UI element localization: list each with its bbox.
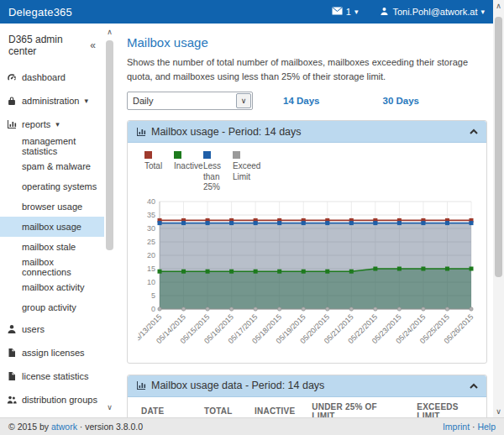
sidebar-title: D365 admin center [8, 34, 90, 57]
period-select[interactable]: Daily ∨ [127, 92, 253, 110]
users-icon [7, 395, 17, 405]
sidebar-item-management-statistics[interactable]: management statistics [0, 136, 104, 156]
sidebar-item-label: group activity [22, 302, 76, 312]
sidebar: D365 admin center « dashboardadministrat… [0, 24, 115, 417]
sidebar-item-label: reports [22, 119, 50, 129]
sidebar-scroll-thumb[interactable] [106, 40, 113, 250]
scroll-down-icon[interactable]: ∨ [104, 402, 115, 412]
sidebar-item-mailbox-connections[interactable]: mailbox connections [0, 257, 104, 277]
chevron-down-icon: ▾ [480, 8, 485, 16]
range-link-30-days[interactable]: 30 Days [382, 96, 418, 106]
lock-icon [7, 96, 17, 106]
sidebar-item-browser-usage[interactable]: browser usage [0, 197, 104, 217]
sidebar-item-label: mailbox activity [22, 282, 85, 292]
sidebar-item-mailbox-stale[interactable]: mailbox stale [0, 237, 104, 257]
legend-swatch [203, 151, 211, 159]
file-icon [7, 371, 17, 381]
scroll-up-icon[interactable]: ∧ [493, 1, 504, 11]
legend-item: Less than 25% [203, 151, 233, 193]
sidebar-item-label: dashboard [22, 72, 66, 82]
table-column-header: UNDER 25% OF LIMIT [298, 397, 403, 417]
sidebar-item-label: management statistics [22, 136, 97, 156]
chevron-up-icon[interactable] [470, 128, 478, 134]
svg-text:25: 25 [147, 238, 155, 246]
sidebar-item-label: operating systems [22, 181, 97, 191]
messages-count: 1 [346, 7, 351, 17]
sidebar-scrollbar: ∧ ∨ [104, 27, 115, 412]
sidebar-item-label: administration [22, 96, 79, 106]
svg-text:0: 0 [151, 305, 155, 313]
select-dropdown-icon: ∨ [236, 93, 251, 108]
sidebar-item-license-statistics[interactable]: license statistics [0, 364, 104, 388]
sidebar-item-spam-malware[interactable]: spam & malware [0, 156, 104, 176]
footer-links: Imprint · Help [443, 422, 496, 432]
svg-text:5: 5 [151, 291, 155, 300]
legend-label: Exceed Limit [233, 161, 262, 182]
bar-chart-icon [7, 119, 17, 129]
sidebar-item-distribution-groups[interactable]: distribution groups [0, 388, 104, 411]
messages-menu[interactable]: 1 ▾ [332, 7, 359, 17]
svg-text:15: 15 [147, 265, 155, 273]
chevron-down-icon: ▾ [84, 97, 88, 105]
user-email: Toni.Pohl@atwork.at [392, 7, 477, 17]
sidebar-item-label: browser usage [22, 202, 82, 212]
scroll-down-icon[interactable]: ∨ [493, 406, 504, 417]
sidebar-item-label: spam & malware [22, 161, 91, 171]
range-link-14-days[interactable]: 14 Days [283, 96, 319, 106]
top-navbar: Delegate365 1 ▾ Toni.Pohl@atwork.at ▾ [0, 0, 493, 24]
table-panel-title: Mailbox usage data - Period: 14 days [151, 380, 324, 391]
table-panel-header[interactable]: Mailbox usage data - Period: 14 days [128, 375, 486, 397]
sidebar-item-label: mailbox stale [22, 242, 76, 252]
page-title: Mailbox usage [127, 35, 487, 50]
legend-item: Inactive [174, 151, 203, 193]
sidebar-item-users[interactable]: users [0, 317, 104, 341]
scroll-up-icon[interactable]: ∧ [104, 27, 115, 37]
dashboard-icon [7, 72, 17, 82]
range-links: 14 Days30 Days [283, 96, 419, 106]
svg-text:35: 35 [147, 211, 155, 219]
footer-link-help[interactable]: Help [477, 422, 496, 432]
footer-link-imprint[interactable]: Imprint [443, 422, 470, 432]
sidebar-item-group-activity[interactable]: group activity [0, 297, 104, 317]
chart-panel-header[interactable]: Mailbox usage - Period: 14 days [128, 121, 486, 143]
legend-label: Inactive [174, 161, 203, 172]
sidebar-item-assign-licenses[interactable]: assign licenses [0, 341, 104, 364]
envelope-icon [332, 7, 343, 17]
sidebar-item-label: assign licenses [22, 348, 85, 358]
legend-swatch [233, 151, 240, 159]
sidebar-item-administration[interactable]: administration▾ [0, 89, 104, 113]
app-title[interactable]: Delegate365 [8, 6, 72, 18]
sidebar-item-dashboard[interactable]: dashboard [0, 66, 104, 89]
chevron-up-icon[interactable] [470, 383, 478, 389]
vendor-link[interactable]: atwork [51, 422, 77, 432]
user-menu[interactable]: Toni.Pohl@atwork.at ▾ [380, 7, 485, 18]
chart-panel-title: Mailbox usage - Period: 14 days [151, 126, 302, 138]
sidebar-item-mailbox-activity[interactable]: mailbox activity [0, 277, 104, 297]
sidebar-item-reports[interactable]: reports▾ [0, 113, 104, 136]
page-scroll-thumb[interactable] [495, 17, 502, 277]
legend-label: Less than 25% [203, 161, 233, 193]
usage-data-table: DATETOTALINACTIVEUNDER 25% OF LIMITEXCEE… [128, 397, 486, 417]
legend-item: Exceed Limit [233, 151, 262, 193]
sidebar-item-label: distribution groups [22, 395, 97, 405]
usage-chart: 051015202530354005/13/201505/14/201505/1… [138, 195, 476, 358]
table-panel: Mailbox usage data - Period: 14 days DAT… [127, 375, 487, 417]
chevron-down-icon: ▾ [354, 8, 359, 16]
sidebar-item-mailbox-usage[interactable]: mailbox usage [0, 217, 104, 237]
table-column-header: INACTIVE [241, 397, 298, 417]
footer-version: version 3.8.0.0 [85, 422, 143, 432]
bar-chart-icon [136, 380, 146, 390]
file-icon [7, 348, 17, 358]
sidebar-item-label: mailbox usage [22, 222, 81, 232]
legend-swatch [174, 151, 181, 159]
sidebar-item-operating-systems[interactable]: operating systems [0, 176, 104, 197]
sidebar-collapse-icon[interactable]: « [90, 39, 96, 51]
chevron-down-icon: ▾ [55, 121, 60, 128]
chart-panel: Mailbox usage - Period: 14 days TotalIna… [127, 120, 487, 364]
user-icon [7, 324, 17, 334]
sidebar-item-label: users [22, 324, 45, 334]
user-icon [380, 7, 389, 18]
svg-text:20: 20 [147, 251, 155, 259]
table-column-header: DATE [128, 397, 191, 417]
svg-text:40: 40 [147, 197, 155, 206]
